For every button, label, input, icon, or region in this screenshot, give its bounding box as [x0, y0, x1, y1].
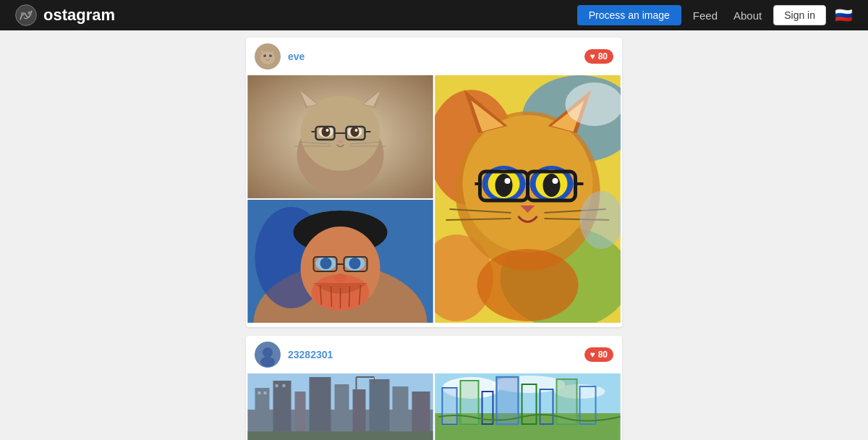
navbar-actions: Process an image Feed About Sign in 🇷🇺 [577, 5, 854, 25]
svg-rect-99 [264, 392, 267, 394]
like-badge[interactable]: ♥ 80 [584, 347, 613, 362]
like-count: 80 [598, 350, 608, 360]
post-card: 23282301 ♥ 80 [246, 336, 622, 440]
language-flag[interactable]: 🇷🇺 [833, 5, 854, 25]
svg-rect-95 [370, 379, 390, 431]
svg-rect-91 [295, 392, 306, 431]
svg-point-48 [505, 178, 511, 184]
heart-icon: ♥ [590, 350, 595, 360]
svg-point-47 [543, 174, 561, 197]
svg-point-2 [27, 11, 31, 14]
svg-rect-96 [393, 386, 409, 431]
process-image-button[interactable]: Process an image [577, 5, 681, 25]
heart-icon: ♥ [590, 51, 595, 62]
svg-point-18 [351, 127, 359, 137]
svg-rect-89 [255, 388, 270, 431]
post-card: eve ♥ 80 [246, 38, 622, 327]
original-image [247, 75, 433, 198]
svg-rect-94 [353, 389, 366, 431]
svg-point-61 [566, 82, 621, 126]
svg-rect-121 [497, 377, 519, 424]
sign-in-button[interactable]: Sign in [773, 5, 826, 25]
svg-rect-90 [273, 381, 292, 431]
avatar [255, 43, 281, 69]
svg-point-20 [355, 129, 358, 132]
main-content: eve ♥ 80 [0, 30, 868, 440]
avatar [255, 342, 281, 368]
city-original-image [247, 373, 433, 440]
svg-point-73 [349, 258, 361, 269]
brand-link[interactable]: ostagram [14, 4, 115, 27]
post-header: 23282301 ♥ 80 [246, 336, 622, 373]
svg-point-85 [263, 347, 273, 358]
svg-rect-101 [283, 384, 286, 387]
feed-link[interactable]: Feed [689, 9, 722, 22]
svg-rect-98 [258, 392, 261, 394]
svg-rect-100 [276, 384, 278, 387]
post-username[interactable]: 23282301 [288, 349, 333, 360]
city-styled-image [435, 373, 621, 440]
svg-rect-97 [412, 392, 430, 431]
post-username[interactable]: eve [288, 51, 305, 62]
svg-point-72 [320, 258, 332, 269]
navbar: ostagram Process an image Feed About Sig… [0, 0, 868, 30]
svg-point-19 [326, 129, 329, 132]
svg-point-49 [553, 178, 558, 184]
like-count: 80 [598, 51, 608, 62]
svg-rect-105 [248, 431, 433, 440]
style-source-image [247, 200, 433, 323]
like-badge[interactable]: ♥ 80 [584, 49, 613, 64]
svg-point-60 [477, 249, 579, 321]
post-header: eve ♥ 80 [246, 38, 622, 75]
brand-name-text: ostagram [43, 6, 115, 25]
svg-rect-93 [335, 384, 349, 431]
svg-line-80 [331, 287, 332, 307]
svg-line-82 [349, 287, 350, 307]
post-images [246, 373, 622, 440]
styled-image [435, 75, 621, 323]
svg-point-46 [495, 174, 513, 197]
brand-logo-icon [14, 4, 38, 27]
about-link[interactable]: About [729, 9, 766, 22]
svg-rect-119 [443, 388, 457, 424]
svg-rect-92 [310, 377, 331, 431]
svg-point-86 [260, 357, 275, 367]
post-images [246, 75, 622, 324]
svg-point-17 [322, 127, 331, 137]
svg-point-1 [21, 12, 25, 16]
